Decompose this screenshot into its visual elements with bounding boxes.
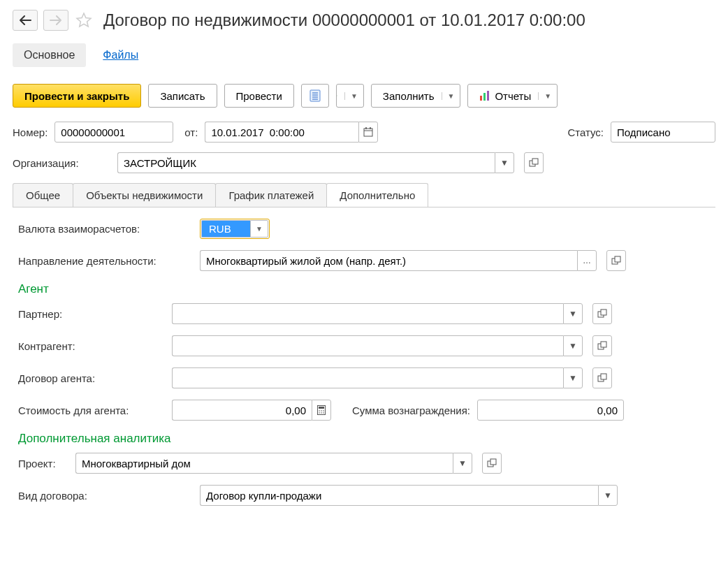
- status-label: Статус:: [567, 126, 604, 138]
- number-label: Номер:: [13, 126, 48, 138]
- date-input[interactable]: [205, 122, 358, 143]
- counterparty-input[interactable]: [172, 335, 563, 356]
- project-row: Проект: ▼: [18, 453, 710, 474]
- document-lines-icon: [310, 89, 321, 102]
- org-row: Организация: ▼: [13, 152, 715, 173]
- dropdown-icon[interactable]: ▼: [598, 485, 618, 506]
- toolbar: Провести и закрыть Записать Провести ▼ З…: [13, 84, 715, 108]
- chevron-down-icon: ▼: [442, 92, 455, 100]
- date-input-group: [205, 122, 378, 143]
- reward-input[interactable]: [477, 400, 624, 421]
- project-label: Проект:: [18, 458, 68, 469]
- tab-additional[interactable]: Дополнительно: [326, 183, 428, 207]
- dropdown-icon[interactable]: ▼: [563, 335, 583, 356]
- dropdown-icon[interactable]: ▼: [563, 367, 583, 388]
- counterparty-input-group: ▼: [172, 335, 583, 356]
- fill-button[interactable]: Заполнить ▼: [371, 84, 461, 108]
- agent-contract-input[interactable]: [172, 367, 563, 388]
- direction-label: Направление деятельности:: [18, 255, 193, 267]
- svg-rect-8: [483, 93, 486, 101]
- counterparty-label: Контрагент:: [18, 340, 165, 352]
- subtab-files[interactable]: Файлы: [92, 43, 150, 67]
- ellipsis-icon[interactable]: …: [577, 250, 597, 271]
- list-icon-button[interactable]: [301, 84, 329, 108]
- favorite-star-icon[interactable]: [74, 10, 94, 30]
- direction-row: Направление деятельности: …: [18, 250, 710, 271]
- status-input[interactable]: [611, 122, 715, 143]
- tab-schedule[interactable]: График платежей: [215, 183, 327, 207]
- dropdown-icon[interactable]: ▼: [495, 152, 514, 173]
- direction-input[interactable]: [200, 250, 577, 271]
- tab-objects[interactable]: Объекты недвижимости: [73, 183, 216, 207]
- tab-general[interactable]: Общее: [13, 183, 73, 207]
- svg-rect-7: [480, 96, 482, 101]
- export-icon-button[interactable]: ▼: [336, 84, 364, 108]
- svg-point-30: [321, 412, 322, 414]
- contract-type-label: Вид договора:: [18, 490, 193, 502]
- post-and-close-button[interactable]: Провести и закрыть: [13, 84, 141, 108]
- contract-type-input[interactable]: [200, 485, 598, 506]
- agent-cost-row: Стоимость для агента: Сумма вознагражден…: [18, 400, 710, 421]
- open-icon[interactable]: [524, 152, 544, 173]
- contract-type-input-group: ▼: [200, 485, 618, 506]
- partner-input-group: ▼: [172, 303, 583, 324]
- dropdown-icon[interactable]: ▼: [453, 453, 472, 474]
- open-icon[interactable]: [592, 335, 612, 356]
- main-tabs: Общее Объекты недвижимости График платеж…: [13, 183, 715, 207]
- nav-forward-button[interactable]: [43, 10, 68, 31]
- agent-cost-input-group: [172, 400, 331, 421]
- open-icon[interactable]: [606, 250, 626, 271]
- tab-additional-content: Валюта взаиморасчетов: RUB ▼ Направление…: [13, 219, 715, 506]
- open-icon[interactable]: [482, 453, 502, 474]
- partner-input[interactable]: [172, 303, 563, 324]
- svg-rect-19: [601, 309, 606, 315]
- reports-button-label: Отчеты: [495, 90, 531, 102]
- analytics-section-title: Дополнительная аналитика: [18, 432, 710, 446]
- currency-combo: RUB ▼: [200, 219, 270, 239]
- subtab-main[interactable]: Основное: [13, 43, 86, 67]
- number-input[interactable]: [54, 122, 173, 143]
- date-label: от:: [184, 126, 198, 138]
- partner-label: Партнер:: [18, 308, 165, 320]
- svg-rect-9: [487, 91, 489, 101]
- org-input-group: ▼: [117, 152, 514, 173]
- org-label: Организация:: [13, 157, 110, 169]
- chevron-down-icon: ▼: [538, 92, 551, 100]
- bar-chart-icon: [479, 90, 490, 101]
- svg-rect-33: [490, 459, 496, 465]
- svg-rect-15: [532, 159, 538, 164]
- fill-button-label: Заполнить: [383, 90, 435, 102]
- contract-type-row: Вид договора: ▼: [18, 485, 710, 506]
- nav-back-button[interactable]: [13, 10, 38, 31]
- svg-rect-21: [601, 342, 606, 347]
- page-title: Договор по недвижимости 00000000001 от 1…: [103, 10, 585, 30]
- currency-value[interactable]: RUB: [201, 220, 250, 238]
- svg-point-31: [323, 412, 324, 414]
- agent-contract-input-group: ▼: [172, 367, 583, 388]
- agent-cost-input[interactable]: [172, 400, 312, 421]
- project-input[interactable]: [75, 453, 453, 474]
- dropdown-icon[interactable]: ▼: [563, 303, 583, 324]
- agent-cost-label: Стоимость для агента:: [18, 405, 165, 416]
- svg-point-29: [319, 412, 320, 414]
- reward-label: Сумма вознаграждения:: [352, 405, 470, 416]
- reports-button[interactable]: Отчеты ▼: [467, 84, 558, 108]
- calculator-icon[interactable]: [312, 400, 331, 421]
- svg-rect-10: [364, 129, 372, 136]
- agent-contract-row: Договор агента: ▼: [18, 367, 710, 388]
- counterparty-row: Контрагент: ▼: [18, 335, 710, 356]
- currency-label: Валюта взаиморасчетов:: [18, 223, 193, 235]
- org-input[interactable]: [117, 152, 495, 173]
- open-icon[interactable]: [592, 303, 612, 324]
- currency-row: Валюта взаиморасчетов: RUB ▼: [18, 219, 710, 239]
- post-button[interactable]: Провести: [224, 84, 294, 108]
- open-icon[interactable]: [592, 367, 612, 388]
- agent-contract-label: Договор агента:: [18, 372, 165, 384]
- sub-tabs: Основное Файлы: [13, 43, 715, 67]
- calendar-icon[interactable]: [358, 122, 378, 143]
- dropdown-icon[interactable]: ▼: [250, 220, 268, 238]
- direction-input-group: …: [200, 250, 597, 271]
- agent-section-title: Агент: [18, 282, 710, 296]
- save-button[interactable]: Записать: [148, 84, 217, 108]
- project-input-group: ▼: [75, 453, 472, 474]
